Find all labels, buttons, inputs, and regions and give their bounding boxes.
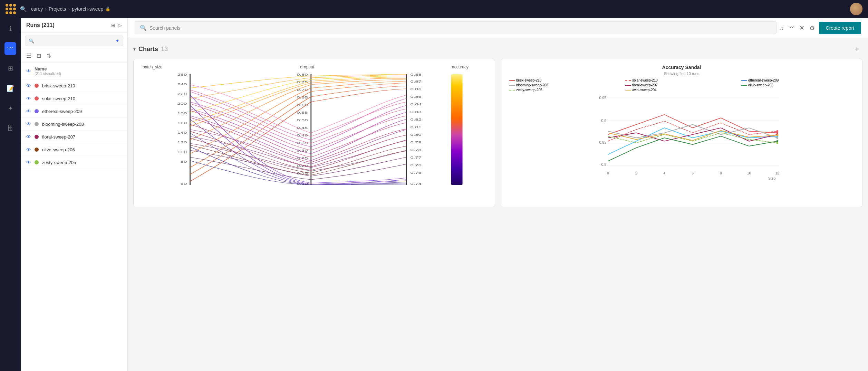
main-content: 🔍 𝑥 〰 ✕ ⚙ Create report ▾ Charts 13 + [128, 18, 868, 371]
svg-text:2: 2 [635, 171, 637, 175]
filter-table-icon[interactable]: ⊟ [35, 51, 42, 60]
runs-expand-icon[interactable]: ▷ [118, 22, 122, 28]
svg-text:0.78: 0.78 [410, 148, 421, 152]
svg-text:0.84: 0.84 [410, 103, 422, 106]
search-icon: 🔍 [140, 25, 147, 31]
legend-line-zesty [509, 90, 515, 91]
svg-text:0.55: 0.55 [297, 111, 308, 114]
chart-area: 0.95 0.9 0.85 0.8 0 2 4 [507, 95, 857, 191]
run-color-dot [35, 148, 39, 152]
create-report-button[interactable]: Create report [819, 22, 861, 34]
svg-text:0.9: 0.9 [601, 118, 606, 123]
smooth-icon[interactable]: 〰 [788, 24, 794, 31]
svg-text:80: 80 [181, 160, 187, 163]
svg-text:0: 0 [607, 171, 609, 175]
run-name: solar-sweep-210 [42, 96, 75, 101]
svg-text:0.80: 0.80 [410, 133, 421, 136]
svg-text:0.79: 0.79 [410, 141, 421, 144]
eye-icon[interactable]: 👁 [26, 121, 31, 127]
icon-sidebar: ℹ 〰 ⊞ 📝 ✦ 🗄 [0, 18, 21, 371]
sidebar-icon-info[interactable]: ℹ [7, 22, 15, 35]
parallel-coordinates-card: batch_size dropout accuracy [133, 59, 495, 207]
runs-search-input[interactable] [36, 38, 113, 44]
runs-search-area: 🔍 ✦ [21, 33, 127, 49]
list-item[interactable]: 👁 floral-sweep-207 [21, 131, 127, 143]
svg-text:0.8: 0.8 [601, 162, 606, 167]
legend-item: olive-sweep-206 [741, 83, 854, 87]
svg-text:0.70: 0.70 [297, 88, 308, 92]
svg-text:0.50: 0.50 [297, 118, 308, 122]
breadcrumb-carey[interactable]: carey [31, 6, 43, 12]
sidebar-icon-notes[interactable]: 📝 [4, 82, 17, 95]
nav-right [850, 3, 862, 15]
nav-search-icon[interactable]: 🔍 [20, 6, 27, 12]
run-name: ethereal-sweep-209 [42, 109, 82, 114]
svg-point-67 [776, 142, 778, 144]
run-name-header: 👁 Name (211 visualized) [21, 63, 127, 79]
search-panels-box: 🔍 [135, 21, 777, 34]
runs-search-icon: 🔍 [29, 38, 34, 44]
run-color-dot [35, 160, 39, 164]
svg-text:100: 100 [177, 150, 187, 154]
svg-text:Step: Step [768, 176, 776, 180]
x-axis-icon[interactable]: 𝑥 [781, 24, 783, 31]
eye-icon[interactable]: 👁 [26, 134, 31, 140]
runs-table-icon[interactable]: ⊞ [111, 22, 115, 28]
sidebar-icon-runs[interactable]: 〰 [4, 42, 16, 55]
breadcrumb-sweep[interactable]: pytorch-sweep [72, 6, 103, 12]
eye-icon[interactable]: 👁 [26, 83, 31, 88]
search-panels-input[interactable] [150, 25, 771, 31]
svg-point-64 [776, 137, 778, 139]
svg-text:4: 4 [663, 171, 665, 175]
settings-icon[interactable]: ⚙ [809, 24, 815, 32]
legend-line-floral [625, 85, 631, 86]
run-color-dot [35, 122, 39, 126]
svg-text:60: 60 [181, 182, 187, 186]
charts-area: ▾ Charts 13 + batch_size dropout accurac… [128, 38, 868, 371]
svg-text:0.45: 0.45 [297, 126, 308, 130]
list-item[interactable]: 👁 solar-sweep-210 [21, 92, 127, 105]
filter-blue-icon[interactable]: ✦ [115, 38, 119, 44]
charts-section-header: ▾ Charts 13 + [133, 44, 862, 55]
legend-item: brisk-sweep-210 [509, 78, 622, 82]
svg-point-62 [776, 130, 778, 132]
sidebar-icon-sweep[interactable]: ✦ [5, 102, 16, 115]
filter-sort-icon[interactable]: ⇅ [45, 51, 52, 60]
svg-text:160: 160 [177, 121, 187, 125]
eye-icon[interactable]: 👁 [26, 108, 31, 114]
sidebar-icon-db[interactable]: 🗄 [4, 122, 16, 135]
list-item[interactable]: 👁 blooming-sweep-208 [21, 118, 127, 131]
run-name: olive-sweep-206 [42, 147, 75, 152]
svg-text:6: 6 [692, 171, 694, 175]
close-panels-icon[interactable]: ✕ [799, 24, 804, 32]
svg-text:0.88: 0.88 [410, 73, 421, 76]
top-nav: 🔍 carey › Projects › pytorch-sweep 🔓 [0, 0, 868, 18]
sidebar-icon-table[interactable]: ⊞ [5, 62, 16, 75]
chevron-down-icon[interactable]: ▾ [133, 46, 136, 52]
svg-text:0.80: 0.80 [297, 73, 308, 76]
breadcrumb-projects[interactable]: Projects [49, 6, 66, 12]
eye-icon[interactable]: 👁 [26, 96, 31, 101]
eye-icon[interactable]: 👁 [26, 160, 31, 165]
content-toolbar: 🔍 𝑥 〰 ✕ ⚙ Create report [128, 18, 868, 38]
legend-item: solar-sweep-210 [625, 78, 738, 82]
eye-icon[interactable]: 👁 [26, 147, 31, 152]
list-item[interactable]: 👁 brisk-sweep-210 [21, 79, 127, 92]
user-avatar[interactable] [850, 3, 862, 15]
breadcrumb-sep2: › [68, 6, 70, 12]
legend-line-solar [625, 80, 631, 81]
list-item[interactable]: 👁 olive-sweep-206 [21, 143, 127, 156]
svg-text:8: 8 [720, 171, 722, 175]
svg-text:0.74: 0.74 [410, 182, 422, 186]
filter-lines-icon[interactable]: ☰ [25, 51, 32, 60]
list-item[interactable]: 👁 zesty-sweep-205 [21, 156, 127, 169]
svg-text:220: 220 [177, 92, 187, 96]
runs-visualized-count: (211 visualized) [35, 72, 61, 76]
add-panel-button[interactable]: + [851, 44, 862, 55]
legend-item: avid-sweep-204 [625, 88, 738, 92]
svg-point-68 [776, 134, 778, 136]
svg-text:12: 12 [775, 171, 779, 175]
runs-list: 👁 Name (211 visualized) 👁 brisk-sweep-21… [21, 63, 127, 371]
list-item[interactable]: 👁 ethereal-sweep-209 [21, 105, 127, 118]
legend-item: floral-sweep-207 [625, 83, 738, 87]
